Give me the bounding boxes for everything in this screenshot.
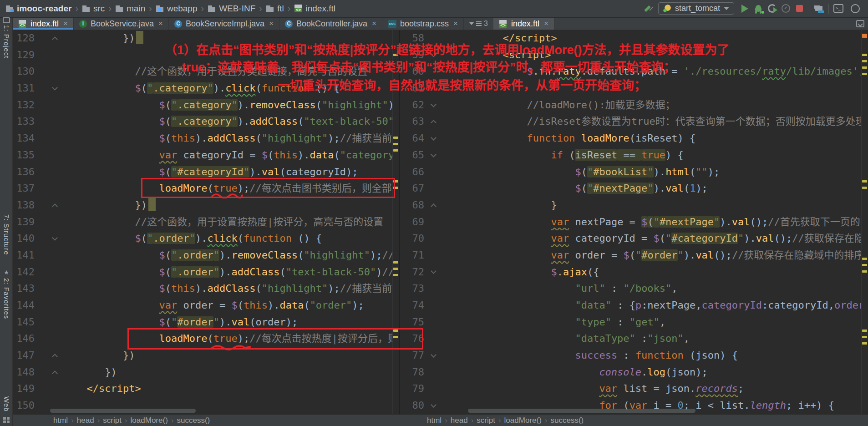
- line-number[interactable]: 74: [400, 297, 424, 314]
- line-number[interactable]: 59: [400, 47, 424, 64]
- breadcrumb-item[interactable]: head: [449, 416, 470, 425]
- line-number[interactable]: 67: [400, 180, 424, 197]
- build-hammer-icon[interactable]: [641, 3, 655, 15]
- stripe-mark[interactable]: [862, 342, 867, 345]
- code-line[interactable]: 129: [13, 47, 399, 64]
- code-line[interactable]: 71 var order = $("#order").val();//获取保存在…: [400, 247, 868, 264]
- code-line[interactable]: 59 <script>: [400, 47, 868, 64]
- code-line[interactable]: 138 }): [13, 197, 399, 214]
- line-number[interactable]: 132: [13, 97, 35, 114]
- stripe-mark[interactable]: [393, 149, 398, 152]
- tab-BookController.java[interactable]: BookController.java×: [279, 18, 382, 30]
- code-line[interactable]: 78 console.log(json);: [400, 364, 868, 381]
- code-line[interactable]: 72 $.ajax({: [400, 264, 868, 281]
- close-icon[interactable]: ×: [158, 19, 163, 28]
- breadcrumb-item[interactable]: html: [425, 416, 443, 425]
- window-icon[interactable]: [3, 17, 10, 23]
- line-number[interactable]: 145: [13, 314, 35, 331]
- fold-marker-icon[interactable]: [424, 130, 442, 147]
- stop-icon[interactable]: [792, 3, 806, 15]
- hidden-tabs-indicator[interactable]: 3: [464, 18, 493, 30]
- code-line[interactable]: 148 }): [13, 364, 399, 381]
- line-number[interactable]: 138: [13, 197, 35, 214]
- code-line[interactable]: 67 $("#nextPage").val(1);: [400, 180, 868, 197]
- stripe-mark[interactable]: [393, 137, 398, 139]
- line-number[interactable]: 135: [13, 147, 35, 164]
- code-line[interactable]: 61: [400, 80, 868, 97]
- coverage-icon[interactable]: [765, 3, 779, 15]
- line-number[interactable]: 148: [13, 364, 35, 381]
- line-number[interactable]: 137: [13, 180, 35, 197]
- fold-marker-icon[interactable]: [35, 197, 75, 214]
- stripe-mark[interactable]: [862, 60, 867, 62]
- line-number[interactable]: 140: [13, 230, 35, 247]
- tab-index.ftl[interactable]: index.ftl×: [493, 18, 554, 30]
- code-line[interactable]: 60 $.fn.raty.defaults.path = './resource…: [400, 63, 868, 80]
- line-number[interactable]: 66: [400, 164, 424, 181]
- code-line[interactable]: 68 }: [400, 197, 868, 214]
- code-line[interactable]: 132 $(".category").removeClass("highligh…: [13, 97, 399, 114]
- tab-BookService.java[interactable]: BookService.java×: [74, 18, 169, 30]
- code-line[interactable]: 139 //这个函数，用于设置按热度|按评分，高亮与否的设置: [13, 214, 399, 231]
- debug-icon[interactable]: [751, 3, 765, 15]
- breadcrumb-item[interactable]: script: [475, 416, 497, 425]
- close-icon[interactable]: ×: [63, 19, 68, 28]
- breadcrumb-item[interactable]: webapp: [155, 4, 198, 14]
- line-number[interactable]: 68: [400, 197, 424, 214]
- line-number[interactable]: 61: [400, 80, 424, 97]
- line-number[interactable]: 75: [400, 314, 424, 331]
- line-number[interactable]: 72: [400, 264, 424, 281]
- error-stripe[interactable]: [861, 30, 868, 414]
- code-line[interactable]: 63 //isReset参数设置为true时：代表查询第一个数据；否则按加载更多…: [400, 113, 868, 130]
- breadcrumb-item[interactable]: success(): [175, 416, 212, 425]
- code-line[interactable]: 128 }): [13, 30, 399, 47]
- breadcrumb-item[interactable]: index.ftl: [293, 4, 336, 14]
- line-number[interactable]: 147: [13, 347, 35, 364]
- line-number[interactable]: 150: [13, 397, 35, 414]
- sidebar-item--project[interactable]: 1: Project: [0, 25, 13, 58]
- fold-marker-icon[interactable]: [35, 364, 75, 381]
- stripe-mark[interactable]: [393, 54, 398, 56]
- line-number[interactable]: 133: [13, 113, 35, 130]
- code-line[interactable]: 65 if (isReset == true) {: [400, 147, 868, 164]
- line-number[interactable]: 134: [13, 130, 35, 147]
- editor-pane-left[interactable]: 128 })129130 //这个函数，用于设置分类超链接，高亮与否的设置131…: [13, 30, 400, 414]
- code-line[interactable]: 136 $("#categoryId").val(categoryId);: [13, 164, 399, 181]
- line-number[interactable]: 79: [400, 380, 424, 397]
- breadcrumb-item[interactable]: script: [101, 416, 123, 425]
- tab-bootstrap.css[interactable]: bootstrap.css×: [382, 18, 464, 30]
- line-number[interactable]: 60: [400, 63, 424, 80]
- code-line[interactable]: 140 $(".order").click(function () {: [13, 230, 399, 247]
- code-line[interactable]: 62 //loadMore():加载更多数据；: [400, 97, 868, 114]
- stripe-mark[interactable]: [393, 336, 398, 338]
- breadcrumb-item[interactable]: success(): [548, 416, 585, 425]
- breadcrumb-item[interactable]: loadMore(): [129, 416, 170, 425]
- line-number[interactable]: 77: [400, 347, 424, 364]
- fold-marker-icon[interactable]: [424, 147, 442, 164]
- stripe-mark[interactable]: [862, 34, 867, 38]
- horizontal-scrollbar[interactable]: [50, 409, 196, 413]
- stripe-mark[interactable]: [862, 73, 867, 75]
- tool-switcher-grid-icon[interactable]: [3, 417, 10, 423]
- close-icon[interactable]: ×: [453, 19, 458, 28]
- code-line[interactable]: 76 "dataType" :"json",: [400, 330, 868, 347]
- fold-marker-icon[interactable]: [424, 97, 442, 114]
- code-line[interactable]: 137 loadMore(true);//每次点击图书类别后，则全部重新查询: [13, 180, 399, 197]
- tab-BookServiceImpl.java[interactable]: BookServiceImpl.java×: [169, 18, 279, 30]
- code-line[interactable]: 131 $(".category").click(function () {: [13, 80, 399, 97]
- line-number[interactable]: 63: [400, 113, 424, 130]
- editor-pane-right[interactable]: 58 </script>59 <script>60 $.fn.raty.defa…: [400, 30, 868, 414]
- breadcrumb-item[interactable]: main: [114, 4, 146, 14]
- code-line[interactable]: 77 success : function (json) {: [400, 347, 868, 364]
- stripe-mark[interactable]: [862, 336, 867, 338]
- stripe-mark[interactable]: [393, 187, 398, 189]
- fold-marker-icon[interactable]: [424, 397, 442, 414]
- stripe-mark[interactable]: [862, 258, 867, 260]
- line-number[interactable]: 64: [400, 130, 424, 147]
- line-number[interactable]: 76: [400, 330, 424, 347]
- breadcrumb-item[interactable]: src: [81, 4, 106, 14]
- close-icon[interactable]: ×: [372, 19, 376, 28]
- stripe-mark[interactable]: [393, 180, 398, 183]
- code-line[interactable]: 133 $(".category").addClass("text-black-…: [13, 113, 399, 130]
- line-number[interactable]: 70: [400, 230, 424, 247]
